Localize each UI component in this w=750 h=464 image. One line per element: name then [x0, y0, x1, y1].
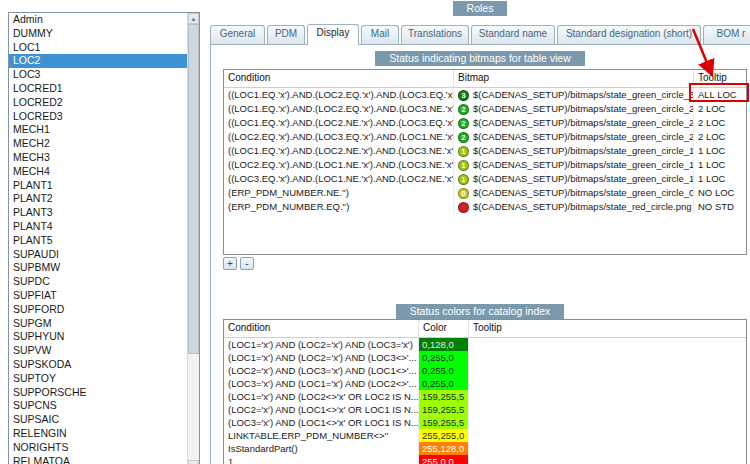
scrollbar-thumb[interactable]: [188, 24, 199, 354]
role-list-item[interactable]: SUPVW: [9, 344, 187, 358]
role-list-item[interactable]: SUPSAIC: [9, 413, 187, 427]
bitmap-cell: 1 $(CADENAS_SETUP)/bitmaps/state_green_c…: [454, 172, 694, 186]
role-list-item[interactable]: RELENGIN: [9, 427, 187, 441]
role-list-item[interactable]: PLANT3: [9, 206, 187, 220]
tab-standard-name[interactable]: Standard name: [471, 25, 555, 44]
role-list-item[interactable]: LOC1: [9, 41, 187, 55]
bitmap-cell: 2 $(CADENAS_SETUP)/bitmaps/state_green_c…: [454, 102, 694, 116]
column-header-condition: Condition: [224, 320, 419, 337]
role-list-item[interactable]: Admin: [9, 13, 187, 27]
role-list-item[interactable]: MECH2: [9, 137, 187, 151]
bitmap-rule-row[interactable]: ((LOC1.EQ.'x').AND.(LOC2.NE.'x').AND.(LO…: [224, 116, 746, 130]
color-rule-row[interactable]: IsStandardPart() 255,128,0: [224, 442, 746, 455]
bitmap-rule-row[interactable]: (ERP_PDM_NUMBER.NE.'') 0 $(CADENAS_SETUP…: [224, 186, 746, 200]
bitmap-cell: 1 $(CADENAS_SETUP)/bitmaps/state_green_c…: [454, 158, 694, 172]
role-list-item[interactable]: LOCRED3: [9, 110, 187, 124]
state-circle-2-icon: 2: [458, 132, 469, 143]
column-header-tooltip: Tooltip: [469, 320, 746, 337]
state-circle-2-icon: 2: [458, 104, 469, 115]
bitmap-rule-row[interactable]: ((LOC1.EQ.'x').AND.(LOC2.EQ.'x').AND.(LO…: [224, 102, 746, 116]
tab-general[interactable]: General: [210, 25, 265, 44]
bitmap-rule-row[interactable]: ((LOC1.EQ.'x').AND.(LOC2.NE.'x').AND.(LO…: [224, 144, 746, 158]
tab-translations[interactable]: Translations: [401, 25, 469, 44]
role-list-items: Admin DUMMY LOC1 LOC2 LOC3 LOCRED1 LOCRE…: [9, 13, 187, 464]
color-swatch-cell: 0,255,0: [419, 364, 469, 377]
tooltip-cell: [469, 338, 746, 351]
role-list-item[interactable]: SUPSKODA: [9, 358, 187, 372]
role-list-item[interactable]: SUPAUDI: [9, 248, 187, 262]
colors-section-title: Status colors for catalog index: [396, 304, 565, 319]
color-rule-row[interactable]: 1 255,0,0: [224, 455, 746, 464]
role-list-item[interactable]: LOCRED2: [9, 96, 187, 110]
scroll-up-icon[interactable]: ▲: [188, 13, 199, 24]
color-rule-row[interactable]: (LOC2='x') AND (LOC1<>'x' OR LOC1 IS N..…: [224, 403, 746, 416]
tooltip-cell: 1 LOC: [694, 144, 746, 158]
role-list-item-selected[interactable]: LOC2: [9, 54, 187, 68]
role-list-item[interactable]: NORIGHTS: [9, 441, 187, 455]
scroll-down-icon[interactable]: ▼: [188, 460, 199, 464]
display-tab-panel: Status indicating bitmaps for table view…: [210, 44, 750, 464]
role-list-item[interactable]: SUPFORD: [9, 303, 187, 317]
column-header-tooltip: Tooltip: [694, 70, 746, 87]
role-list-item[interactable]: LOC3: [9, 68, 187, 82]
bitmap-rule-row[interactable]: ((LOC3.EQ.'x').AND.(LOC1.NE.'x').AND.(LO…: [224, 172, 746, 186]
bitmaps-table-buttons: + -: [223, 257, 254, 270]
tooltip-cell: [469, 403, 746, 416]
bitmap-rule-row[interactable]: (ERP_PDM_NUMBER.EQ.'') $(CADENAS_SETUP)/…: [224, 200, 746, 214]
role-list-item[interactable]: SUPDC: [9, 275, 187, 289]
color-rule-row[interactable]: (LOC2='x') AND (LOC3='x') AND (LOC1<>'..…: [224, 364, 746, 377]
color-rule-row[interactable]: (LOC1='x') AND (LOC2<>'x' OR LOC2 IS N..…: [224, 390, 746, 403]
tooltip-cell: 1 LOC: [694, 172, 746, 186]
role-list-item[interactable]: RELMATQA: [9, 455, 187, 464]
color-swatch-cell: 255,0,0: [419, 455, 469, 464]
role-list-item[interactable]: LOCRED1: [9, 82, 187, 96]
bitmaps-table: Condition Bitmap Tooltip ((LOC1.EQ.'x').…: [223, 69, 747, 255]
tooltip-cell: [469, 390, 746, 403]
tab-standard-designation-short[interactable]: Standard designation (short): [557, 25, 701, 44]
role-list: Admin DUMMY LOC1 LOC2 LOC3 LOCRED1 LOCRE…: [8, 12, 200, 464]
tab-display[interactable]: Display: [307, 24, 359, 45]
tab-pdm[interactable]: PDM: [267, 25, 305, 44]
color-rule-row[interactable]: LINKTABLE.ERP_PDM_NUMBER<>'' 255,255,0: [224, 429, 746, 442]
role-list-item[interactable]: PLANT2: [9, 192, 187, 206]
bitmap-rule-row[interactable]: ((LOC1.EQ.'x').AND.(LOC2.EQ.'x').AND.(LO…: [224, 88, 746, 102]
bitmap-path: $(CADENAS_SETUP)/bitmaps/state_green_cir…: [473, 102, 694, 116]
bitmap-path: $(CADENAS_SETUP)/bitmaps/state_green_cir…: [473, 186, 694, 200]
colors-section-caption-wrap: Status colors for catalog index: [211, 304, 749, 319]
tooltip-cell: 2 LOC: [694, 130, 746, 144]
color-rule-row[interactable]: (LOC1='x') AND (LOC2='x') AND (LOC3='x')…: [224, 338, 746, 351]
tab-mail[interactable]: Mail: [361, 25, 399, 44]
role-list-item[interactable]: SUPCNS: [9, 399, 187, 413]
role-list-item[interactable]: SUPBMW: [9, 261, 187, 275]
role-list-item[interactable]: SUPTOY: [9, 372, 187, 386]
role-list-item[interactable]: PLANT5: [9, 234, 187, 248]
bitmap-cell: 3 $(CADENAS_SETUP)/bitmaps/state_green_c…: [454, 88, 694, 102]
role-list-scrollbar[interactable]: ▲ ▼: [187, 13, 199, 464]
role-list-item[interactable]: PLANT4: [9, 220, 187, 234]
column-header-bitmap: Bitmap: [454, 70, 694, 87]
role-list-item[interactable]: DUMMY: [9, 27, 187, 41]
role-list-item[interactable]: SUPGM: [9, 317, 187, 331]
role-list-item[interactable]: SUPFIAT: [9, 289, 187, 303]
role-list-item[interactable]: SUPPORSCHE: [9, 386, 187, 400]
state-circle-1-icon: 1: [458, 174, 469, 185]
color-rule-row[interactable]: (LOC1='x') AND (LOC2='x') AND (LOC3<>'..…: [224, 351, 746, 364]
bitmap-path: $(CADENAS_SETUP)/bitmaps/state_green_cir…: [473, 172, 694, 186]
bitmap-path: $(CADENAS_SETUP)/bitmaps/state_green_cir…: [473, 116, 694, 130]
role-list-item[interactable]: PLANT1: [9, 179, 187, 193]
add-row-button[interactable]: +: [223, 257, 237, 270]
bitmap-path: $(CADENAS_SETUP)/bitmaps/state_green_cir…: [473, 130, 694, 144]
color-rule-row[interactable]: (LOC3='x') AND (LOC1<>'x' OR LOC1 IS N..…: [224, 416, 746, 429]
role-list-item[interactable]: MECH3: [9, 151, 187, 165]
tab-bom[interactable]: BOM r: [703, 25, 750, 44]
role-list-item[interactable]: MECH1: [9, 123, 187, 137]
remove-row-button[interactable]: -: [240, 257, 254, 270]
bitmap-rule-row[interactable]: ((LOC2.EQ.'x').AND.(LOC3.EQ.'x').AND.(LO…: [224, 130, 746, 144]
bitmap-rule-row[interactable]: ((LOC2.EQ.'x').AND.(LOC1.NE.'x').AND.(LO…: [224, 158, 746, 172]
tooltip-cell: [469, 416, 746, 429]
role-list-item[interactable]: SUPHYUN: [9, 330, 187, 344]
color-rule-row[interactable]: (LOC3='x') AND (LOC1='x') AND (LOC2<>'..…: [224, 377, 746, 390]
color-swatch-cell: 159,255,5: [419, 403, 469, 416]
tooltip-cell: [469, 351, 746, 364]
role-list-item[interactable]: MECH4: [9, 165, 187, 179]
